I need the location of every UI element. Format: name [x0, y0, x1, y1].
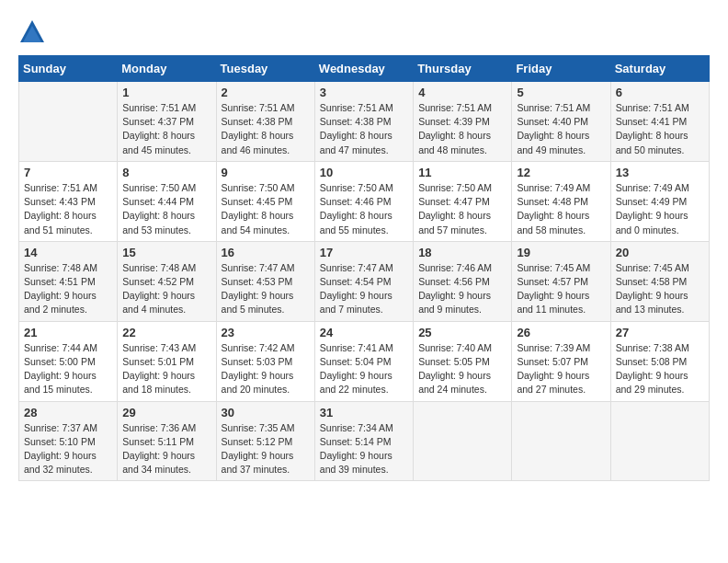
- header-cell-wednesday: Wednesday: [314, 56, 413, 82]
- day-info: Sunrise: 7:45 AM Sunset: 4:57 PM Dayligh…: [517, 261, 605, 317]
- header-cell-thursday: Thursday: [414, 56, 512, 82]
- day-number: 31: [320, 406, 408, 419]
- calendar-cell: 22Sunrise: 7:43 AM Sunset: 5:01 PM Dayli…: [118, 321, 216, 401]
- calendar-body: 1Sunrise: 7:51 AM Sunset: 4:37 PM Daylig…: [19, 82, 710, 481]
- day-info: Sunrise: 7:34 AM Sunset: 5:14 PM Dayligh…: [320, 421, 408, 477]
- day-number: 11: [418, 166, 506, 179]
- day-number: 17: [320, 246, 408, 259]
- day-info: Sunrise: 7:50 AM Sunset: 4:47 PM Dayligh…: [418, 181, 506, 237]
- calendar-cell: 23Sunrise: 7:42 AM Sunset: 5:03 PM Dayli…: [216, 321, 314, 401]
- day-number: 4: [418, 86, 506, 99]
- day-number: 24: [320, 326, 408, 339]
- day-info: Sunrise: 7:47 AM Sunset: 4:53 PM Dayligh…: [222, 261, 310, 317]
- day-info: Sunrise: 7:49 AM Sunset: 4:48 PM Dayligh…: [517, 181, 605, 237]
- day-number: 25: [418, 326, 506, 339]
- calendar-cell: 1Sunrise: 7:51 AM Sunset: 4:37 PM Daylig…: [118, 82, 216, 162]
- calendar-cell: 2Sunrise: 7:51 AM Sunset: 4:38 PM Daylig…: [216, 82, 314, 162]
- day-number: 18: [418, 246, 506, 259]
- day-info: Sunrise: 7:50 AM Sunset: 4:46 PM Dayligh…: [320, 181, 408, 237]
- day-number: 26: [517, 326, 605, 339]
- calendar-cell: 25Sunrise: 7:40 AM Sunset: 5:05 PM Dayli…: [414, 321, 512, 401]
- calendar-header: SundayMondayTuesdayWednesdayThursdayFrid…: [19, 56, 710, 82]
- day-number: 22: [122, 326, 210, 339]
- calendar-cell: 27Sunrise: 7:38 AM Sunset: 5:08 PM Dayli…: [610, 321, 709, 401]
- calendar-cell: 4Sunrise: 7:51 AM Sunset: 4:39 PM Daylig…: [414, 82, 512, 162]
- calendar-cell: 24Sunrise: 7:41 AM Sunset: 5:04 PM Dayli…: [314, 321, 413, 401]
- day-number: 7: [24, 166, 112, 179]
- calendar-week-row: 1Sunrise: 7:51 AM Sunset: 4:37 PM Daylig…: [19, 82, 710, 162]
- header-cell-friday: Friday: [512, 56, 610, 82]
- calendar-cell: 16Sunrise: 7:47 AM Sunset: 4:53 PM Dayli…: [216, 241, 314, 321]
- day-info: Sunrise: 7:48 AM Sunset: 4:52 PM Dayligh…: [122, 261, 210, 317]
- day-number: 30: [222, 406, 310, 419]
- day-number: 16: [222, 246, 310, 259]
- day-info: Sunrise: 7:43 AM Sunset: 5:01 PM Dayligh…: [122, 341, 210, 397]
- day-number: 15: [122, 246, 210, 259]
- logo-icon: [18, 18, 46, 46]
- calendar-cell: 14Sunrise: 7:48 AM Sunset: 4:51 PM Dayli…: [19, 241, 118, 321]
- calendar-cell: 13Sunrise: 7:49 AM Sunset: 4:49 PM Dayli…: [610, 161, 709, 241]
- day-info: Sunrise: 7:46 AM Sunset: 4:56 PM Dayligh…: [418, 261, 506, 317]
- calendar-cell: 26Sunrise: 7:39 AM Sunset: 5:07 PM Dayli…: [512, 321, 610, 401]
- header: [18, 18, 710, 46]
- day-info: Sunrise: 7:51 AM Sunset: 4:37 PM Dayligh…: [122, 101, 210, 157]
- calendar-cell: [512, 401, 610, 481]
- day-info: Sunrise: 7:44 AM Sunset: 5:00 PM Dayligh…: [24, 341, 112, 397]
- day-info: Sunrise: 7:51 AM Sunset: 4:38 PM Dayligh…: [222, 101, 310, 157]
- calendar-cell: 6Sunrise: 7:51 AM Sunset: 4:41 PM Daylig…: [610, 82, 709, 162]
- calendar-cell: 15Sunrise: 7:48 AM Sunset: 4:52 PM Dayli…: [118, 241, 216, 321]
- calendar-week-row: 21Sunrise: 7:44 AM Sunset: 5:00 PM Dayli…: [19, 321, 710, 401]
- header-row: SundayMondayTuesdayWednesdayThursdayFrid…: [19, 56, 710, 82]
- calendar-cell: 19Sunrise: 7:45 AM Sunset: 4:57 PM Dayli…: [512, 241, 610, 321]
- calendar-cell: 5Sunrise: 7:51 AM Sunset: 4:40 PM Daylig…: [512, 82, 610, 162]
- calendar-cell: 12Sunrise: 7:49 AM Sunset: 4:48 PM Dayli…: [512, 161, 610, 241]
- calendar-cell: 28Sunrise: 7:37 AM Sunset: 5:10 PM Dayli…: [19, 401, 118, 481]
- day-info: Sunrise: 7:40 AM Sunset: 5:05 PM Dayligh…: [418, 341, 506, 397]
- calendar-cell: 3Sunrise: 7:51 AM Sunset: 4:38 PM Daylig…: [314, 82, 413, 162]
- day-info: Sunrise: 7:37 AM Sunset: 5:10 PM Dayligh…: [24, 421, 112, 477]
- calendar-cell: 29Sunrise: 7:36 AM Sunset: 5:11 PM Dayli…: [118, 401, 216, 481]
- calendar-cell: [414, 401, 512, 481]
- calendar-cell: 9Sunrise: 7:50 AM Sunset: 4:45 PM Daylig…: [216, 161, 314, 241]
- day-info: Sunrise: 7:38 AM Sunset: 5:08 PM Dayligh…: [616, 341, 704, 397]
- header-cell-sunday: Sunday: [19, 56, 118, 82]
- day-number: 14: [24, 246, 112, 259]
- day-number: 8: [122, 166, 210, 179]
- day-info: Sunrise: 7:42 AM Sunset: 5:03 PM Dayligh…: [222, 341, 310, 397]
- calendar-week-row: 14Sunrise: 7:48 AM Sunset: 4:51 PM Dayli…: [19, 241, 710, 321]
- calendar-week-row: 28Sunrise: 7:37 AM Sunset: 5:10 PM Dayli…: [19, 401, 710, 481]
- calendar-cell: 10Sunrise: 7:50 AM Sunset: 4:46 PM Dayli…: [314, 161, 413, 241]
- day-number: 28: [24, 406, 112, 419]
- day-number: 29: [122, 406, 210, 419]
- day-number: 5: [517, 86, 605, 99]
- day-number: 23: [222, 326, 310, 339]
- header-cell-monday: Monday: [118, 56, 216, 82]
- day-info: Sunrise: 7:41 AM Sunset: 5:04 PM Dayligh…: [320, 341, 408, 397]
- day-number: 21: [24, 326, 112, 339]
- calendar-cell: 7Sunrise: 7:51 AM Sunset: 4:43 PM Daylig…: [19, 161, 118, 241]
- day-number: 1: [122, 86, 210, 99]
- day-info: Sunrise: 7:45 AM Sunset: 4:58 PM Dayligh…: [616, 261, 704, 317]
- calendar-table: SundayMondayTuesdayWednesdayThursdayFrid…: [18, 55, 710, 481]
- day-info: Sunrise: 7:35 AM Sunset: 5:12 PM Dayligh…: [222, 421, 310, 477]
- header-cell-tuesday: Tuesday: [216, 56, 314, 82]
- day-number: 27: [616, 326, 704, 339]
- day-info: Sunrise: 7:47 AM Sunset: 4:54 PM Dayligh…: [320, 261, 408, 317]
- day-info: Sunrise: 7:48 AM Sunset: 4:51 PM Dayligh…: [24, 261, 112, 317]
- day-info: Sunrise: 7:51 AM Sunset: 4:38 PM Dayligh…: [320, 101, 408, 157]
- day-info: Sunrise: 7:50 AM Sunset: 4:44 PM Dayligh…: [122, 181, 210, 237]
- calendar-cell: 20Sunrise: 7:45 AM Sunset: 4:58 PM Dayli…: [610, 241, 709, 321]
- day-number: 6: [616, 86, 704, 99]
- day-number: 20: [616, 246, 704, 259]
- day-info: Sunrise: 7:51 AM Sunset: 4:43 PM Dayligh…: [24, 181, 112, 237]
- calendar-cell: 30Sunrise: 7:35 AM Sunset: 5:12 PM Dayli…: [216, 401, 314, 481]
- day-info: Sunrise: 7:51 AM Sunset: 4:41 PM Dayligh…: [616, 101, 704, 157]
- calendar-week-row: 7Sunrise: 7:51 AM Sunset: 4:43 PM Daylig…: [19, 161, 710, 241]
- day-info: Sunrise: 7:51 AM Sunset: 4:39 PM Dayligh…: [418, 101, 506, 157]
- day-info: Sunrise: 7:39 AM Sunset: 5:07 PM Dayligh…: [517, 341, 605, 397]
- calendar-cell: 8Sunrise: 7:50 AM Sunset: 4:44 PM Daylig…: [118, 161, 216, 241]
- header-cell-saturday: Saturday: [610, 56, 709, 82]
- day-number: 12: [517, 166, 605, 179]
- calendar-cell: 17Sunrise: 7:47 AM Sunset: 4:54 PM Dayli…: [314, 241, 413, 321]
- day-number: 9: [222, 166, 310, 179]
